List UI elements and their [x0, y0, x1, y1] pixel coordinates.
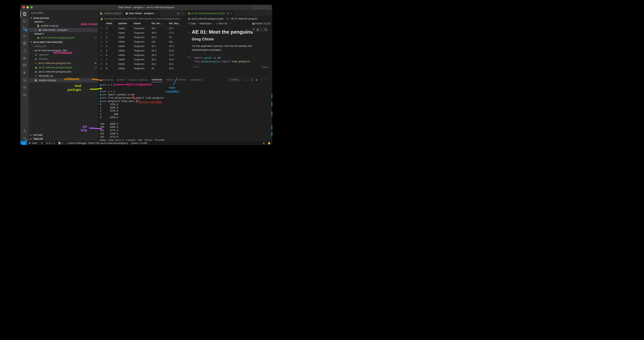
titlebar: Data Viewer - penguins — ae-01-meet-the-…: [20, 5, 272, 10]
close-tab-icon[interactable]: ×: [156, 12, 157, 15]
maximize-panel-icon[interactable]: ^: [264, 79, 266, 81]
panel-tab-terminal[interactable]: TERMINAL: [151, 77, 163, 82]
cell-status: ✓0.7s Python: [192, 66, 269, 68]
sidebar-more-icon[interactable]: ⋯: [93, 12, 95, 14]
close-tab-icon[interactable]: ×: [230, 12, 232, 15]
accounts-icon[interactable]: [22, 129, 27, 134]
data-grid[interactable]: indexspeciesislandbill_len...bill_dep...…: [98, 21, 186, 77]
tab-sample-script[interactable]: 🐍 sample-script.py: [98, 10, 124, 16]
file-readme[interactable]: ⓘ README.md: [29, 74, 98, 78]
settings-icon[interactable]: [22, 136, 27, 141]
kill-terminal-icon[interactable]: 🗑: [255, 79, 258, 81]
panel-tab-debug[interactable]: DEBUG CONSOLE: [129, 78, 148, 82]
status-bar: main* ↻ ⊘0 ⚠0 📡0 ▷Python Debugger: Pytho…: [20, 141, 272, 145]
tab-more-icon[interactable]: ⋯: [181, 12, 184, 15]
split-terminal-icon[interactable]: ◫: [251, 79, 253, 81]
file-label: .gitignore: [38, 53, 98, 56]
code-cell[interactable]: import pandas as pd from palmerpenguins …: [192, 54, 269, 65]
ports-indicator[interactable]: 📡0: [56, 142, 64, 145]
github-icon[interactable]: [22, 63, 27, 68]
search-icon[interactable]: [22, 19, 27, 24]
open-editor-sample-script[interactable]: 🐍 sample-script.py: [29, 24, 98, 28]
notification-bell-icon[interactable]: 🔔: [266, 142, 272, 145]
file-label: README.md: [38, 75, 98, 77]
docker-icon[interactable]: [22, 56, 27, 60]
open-editors-section[interactable]: OPEN EDITORS: [29, 16, 98, 20]
maximize-window-button[interactable]: [30, 6, 33, 8]
git-status-m: M: [94, 62, 98, 64]
project-section[interactable]: AE-01-MEET-THE-PENGUINS: [29, 40, 98, 44]
chevron-down-icon[interactable]: ⌄: [188, 30, 190, 33]
problems-indicator[interactable]: ⊘0 ⚠0: [44, 142, 56, 145]
notebook-body[interactable]: ✎ ▤ ⋯ 🗑 ⌄ AE 01: Meet the penguins Greg …: [186, 26, 272, 77]
debug-config[interactable]: ▷Python Debugger: Python File (ae-01-mee…: [64, 142, 130, 145]
svg-rect-0: [23, 12, 25, 15]
tab-notebook[interactable]: ▣ ae-01-meet-the-penguins.ipynb U ×: [186, 10, 234, 16]
git-branch[interactable]: main*: [27, 142, 39, 145]
panel-layout-icon[interactable]: [267, 6, 270, 9]
file-ipynb[interactable]: ▣ ae-01-meet-the-penguins.ipynb U: [29, 65, 98, 70]
folder-ae-files[interactable]: › ae-01-meet-the-penguins_files: [29, 48, 98, 53]
tab-data-viewer[interactable]: ▦ Data Viewer - penguins ×: [124, 10, 160, 16]
panel-tab-comments[interactable]: COMMENTS: [190, 78, 203, 82]
add-markdown-button[interactable]: + Markdown: [198, 22, 211, 25]
remote-indicator[interactable]: [20, 141, 27, 145]
minimize-window-button[interactable]: [26, 6, 29, 8]
run-debug-icon[interactable]: [22, 34, 27, 38]
outline-section[interactable]: OUTLINE: [29, 133, 98, 137]
kernel-picker[interactable]: ▦ Python 3.11.6: [252, 22, 270, 25]
file-gitignore[interactable]: ◆ .gitignore: [29, 53, 98, 57]
cell-more-icon[interactable]: ⋯: [260, 28, 263, 31]
open-editor-notebook[interactable]: ▣ ae-01-meet-the-penguins.ipynb U: [29, 36, 98, 40]
file-qmd[interactable]: ▣ ae-01-meet-the-penguins.qmd: [29, 70, 98, 74]
file-icon: ◆: [34, 58, 38, 60]
edit-cell-icon[interactable]: ✎: [253, 28, 255, 31]
panel-layout-icon[interactable]: [258, 6, 261, 9]
svg-marker-7: [24, 35, 26, 37]
file-label: ae-01-meet-the-penguins.html: [38, 62, 94, 65]
explorer-icon[interactable]: [22, 11, 27, 16]
terminal-body[interactable]: ●>>> 2 + 24●>>> x = 2●>>> import pandas …: [98, 83, 272, 141]
group-2-label: GROUP 2: [29, 32, 98, 36]
close-panel-icon[interactable]: ×: [268, 79, 269, 81]
testing-icon[interactable]: [22, 48, 27, 53]
git-status-u: U: [227, 12, 228, 15]
panel-tab-jupyter[interactable]: JUPYTER: [177, 78, 187, 82]
open-editor-data-viewer[interactable]: × ▦ Data Viewer - penguins: [29, 28, 98, 32]
new-terminal-icon[interactable]: ＋: [242, 78, 244, 81]
chat-icon[interactable]: [22, 92, 27, 97]
close-icon[interactable]: ×: [34, 29, 37, 31]
source-control-icon[interactable]: 2: [22, 26, 27, 31]
breadcrumb[interactable]: ▣ ae-01-meet-the-penguins.ipynb › M↓ AE …: [186, 17, 272, 21]
sync-button[interactable]: ↻: [39, 142, 44, 145]
run-all-button[interactable]: ▷ Run All: [216, 22, 227, 25]
panel-tab-problems[interactable]: PROBLEMS: [101, 78, 113, 82]
terminal-profile[interactable]: ▷ Python: [228, 78, 240, 81]
close-window-button[interactable]: [23, 6, 25, 8]
split-terminal-icon[interactable]: ⌄: [246, 78, 248, 81]
copilot-icon[interactable]: ⊘: [261, 142, 266, 145]
file-rhistory[interactable]: ◆ .Rhistory: [29, 57, 98, 61]
split-editor-icon[interactable]: ◫: [177, 12, 180, 15]
panel-tab-output[interactable]: OUTPUT: [116, 78, 126, 82]
panel-tab-ports[interactable]: PORTS: [166, 78, 174, 82]
split-cell-icon[interactable]: ▤: [256, 28, 259, 31]
tab-more-icon[interactable]: ⋯: [268, 12, 270, 15]
timeline-section[interactable]: TIMELINE: [29, 137, 98, 141]
gitlens-icon[interactable]: [22, 85, 27, 90]
r-icon[interactable]: R: [22, 70, 27, 75]
file-sample-script[interactable]: 🐍 sample-script.py: [29, 78, 98, 82]
add-code-button[interactable]: + Code: [188, 22, 196, 25]
extensions-icon[interactable]: [22, 41, 27, 46]
quarto-status[interactable]: Quarto: 1.4.554: [130, 142, 148, 145]
file-html[interactable]: <> ae-01-meet-the-penguins.html M: [29, 61, 98, 65]
remote-explorer-icon[interactable]: [22, 78, 27, 82]
toolbar-more-icon[interactable]: ⋯: [229, 22, 232, 25]
tab-label: sample-script.py: [104, 12, 122, 15]
folder-rproj[interactable]: › .Rproj.user: [29, 44, 98, 48]
delete-cell-icon[interactable]: 🗑: [264, 28, 267, 31]
panel-layout-icon[interactable]: [253, 6, 256, 9]
jupyter-icon: ▣: [188, 12, 190, 15]
panel-layout-icon[interactable]: [262, 6, 266, 9]
panel-more-icon[interactable]: ⋯: [260, 79, 262, 81]
